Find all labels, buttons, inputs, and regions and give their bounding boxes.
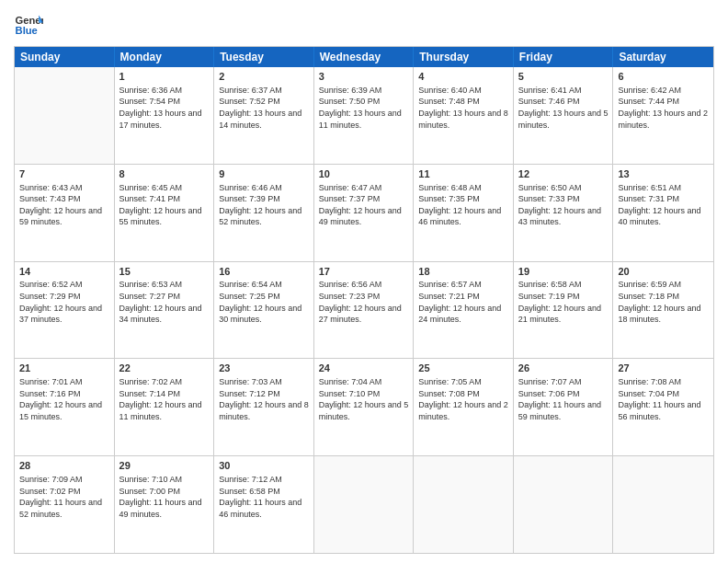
day-cell-29: 29Sunrise: 7:10 AMSunset: 7:00 PMDayligh… — [115, 456, 215, 553]
day-cell-1: 1Sunrise: 6:36 AMSunset: 7:54 PMDaylight… — [115, 67, 215, 164]
day-number: 23 — [219, 362, 309, 375]
day-number: 1 — [119, 70, 210, 84]
day-number: 25 — [418, 362, 508, 375]
cell-info: Sunrise: 7:10 AMSunset: 7:00 PMDaylight:… — [119, 474, 210, 520]
empty-cell — [414, 456, 514, 553]
day-cell-30: 30Sunrise: 7:12 AMSunset: 6:58 PMDayligh… — [214, 456, 314, 553]
day-cell-19: 19Sunrise: 6:58 AMSunset: 7:19 PMDayligh… — [514, 262, 614, 359]
cell-info: Sunrise: 7:12 AMSunset: 6:58 PMDaylight:… — [219, 474, 309, 520]
cell-info: Sunrise: 7:01 AMSunset: 7:16 PMDaylight:… — [19, 376, 109, 422]
cell-info: Sunrise: 6:45 AMSunset: 7:41 PMDaylight:… — [119, 182, 210, 228]
calendar: SundayMondayTuesdayWednesdayThursdayFrid… — [14, 46, 714, 554]
cell-info: Sunrise: 7:02 AMSunset: 7:14 PMDaylight:… — [119, 376, 210, 422]
day-cell-21: 21Sunrise: 7:01 AMSunset: 7:16 PMDayligh… — [15, 359, 115, 455]
calendar-header: SundayMondayTuesdayWednesdayThursdayFrid… — [15, 47, 713, 67]
empty-cell — [514, 456, 614, 553]
cell-info: Sunrise: 6:40 AMSunset: 7:48 PMDaylight:… — [418, 85, 508, 131]
day-cell-26: 26Sunrise: 7:07 AMSunset: 7:06 PMDayligh… — [514, 359, 614, 455]
logo-icon: General Blue — [14, 9, 43, 39]
day-number: 5 — [518, 70, 609, 84]
empty-cell — [613, 456, 713, 553]
day-cell-4: 4Sunrise: 6:40 AMSunset: 7:48 PMDaylight… — [414, 67, 514, 164]
day-cell-12: 12Sunrise: 6:50 AMSunset: 7:33 PMDayligh… — [514, 165, 614, 261]
svg-text:Blue: Blue — [16, 25, 38, 36]
cell-info: Sunrise: 6:42 AMSunset: 7:44 PMDaylight:… — [618, 85, 709, 131]
day-number: 11 — [418, 167, 508, 181]
header-day-friday: Friday — [514, 47, 614, 67]
logo: General Blue — [14, 9, 43, 39]
day-cell-28: 28Sunrise: 7:09 AMSunset: 7:02 PMDayligh… — [15, 456, 115, 553]
day-number: 10 — [319, 167, 409, 181]
day-number: 2 — [219, 70, 309, 84]
cell-info: Sunrise: 7:07 AMSunset: 7:06 PMDaylight:… — [518, 376, 609, 422]
cell-info: Sunrise: 6:57 AMSunset: 7:21 PMDaylight:… — [418, 279, 508, 325]
cell-info: Sunrise: 6:50 AMSunset: 7:33 PMDaylight:… — [518, 182, 609, 228]
day-number: 28 — [19, 459, 109, 473]
week-row-5: 28Sunrise: 7:09 AMSunset: 7:02 PMDayligh… — [15, 456, 713, 553]
cell-info: Sunrise: 6:52 AMSunset: 7:29 PMDaylight:… — [19, 279, 109, 325]
day-number: 20 — [618, 265, 709, 279]
cell-info: Sunrise: 6:56 AMSunset: 7:23 PMDaylight:… — [319, 279, 409, 325]
day-number: 24 — [319, 362, 409, 375]
header-day-tuesday: Tuesday — [214, 47, 314, 67]
cell-info: Sunrise: 7:05 AMSunset: 7:08 PMDaylight:… — [418, 376, 508, 422]
day-cell-20: 20Sunrise: 6:59 AMSunset: 7:18 PMDayligh… — [613, 262, 713, 359]
cell-info: Sunrise: 6:46 AMSunset: 7:39 PMDaylight:… — [219, 182, 309, 228]
cell-info: Sunrise: 6:48 AMSunset: 7:35 PMDaylight:… — [418, 182, 508, 228]
day-cell-25: 25Sunrise: 7:05 AMSunset: 7:08 PMDayligh… — [414, 359, 514, 455]
day-number: 9 — [219, 167, 309, 181]
day-cell-16: 16Sunrise: 6:54 AMSunset: 7:25 PMDayligh… — [214, 262, 314, 359]
header-day-thursday: Thursday — [414, 47, 514, 67]
header-day-wednesday: Wednesday — [314, 47, 415, 67]
day-number: 4 — [418, 70, 508, 84]
day-cell-9: 9Sunrise: 6:46 AMSunset: 7:39 PMDaylight… — [214, 165, 314, 261]
day-cell-6: 6Sunrise: 6:42 AMSunset: 7:44 PMDaylight… — [613, 67, 713, 164]
day-number: 16 — [219, 265, 309, 279]
day-cell-15: 15Sunrise: 6:53 AMSunset: 7:27 PMDayligh… — [115, 262, 215, 359]
day-number: 17 — [319, 265, 409, 279]
day-number: 13 — [618, 167, 709, 181]
empty-cell — [15, 67, 115, 164]
calendar-body: 1Sunrise: 6:36 AMSunset: 7:54 PMDaylight… — [15, 67, 713, 553]
day-cell-24: 24Sunrise: 7:04 AMSunset: 7:10 PMDayligh… — [314, 359, 415, 455]
cell-info: Sunrise: 6:54 AMSunset: 7:25 PMDaylight:… — [219, 279, 309, 325]
day-cell-22: 22Sunrise: 7:02 AMSunset: 7:14 PMDayligh… — [115, 359, 215, 455]
header: General Blue — [14, 9, 714, 39]
cell-info: Sunrise: 6:59 AMSunset: 7:18 PMDaylight:… — [618, 279, 709, 325]
day-cell-3: 3Sunrise: 6:39 AMSunset: 7:50 PMDaylight… — [314, 67, 415, 164]
header-day-saturday: Saturday — [613, 47, 713, 67]
cell-info: Sunrise: 6:36 AMSunset: 7:54 PMDaylight:… — [119, 85, 210, 131]
day-number: 21 — [19, 362, 109, 375]
day-number: 26 — [518, 362, 609, 375]
header-day-monday: Monday — [115, 47, 215, 67]
empty-cell — [314, 456, 415, 553]
day-number: 30 — [219, 459, 309, 473]
header-day-sunday: Sunday — [15, 47, 115, 67]
day-cell-17: 17Sunrise: 6:56 AMSunset: 7:23 PMDayligh… — [314, 262, 415, 359]
cell-info: Sunrise: 7:08 AMSunset: 7:04 PMDaylight:… — [618, 376, 709, 422]
day-cell-7: 7Sunrise: 6:43 AMSunset: 7:43 PMDaylight… — [15, 165, 115, 261]
day-number: 3 — [319, 70, 409, 84]
cell-info: Sunrise: 6:53 AMSunset: 7:27 PMDaylight:… — [119, 279, 210, 325]
day-cell-13: 13Sunrise: 6:51 AMSunset: 7:31 PMDayligh… — [613, 165, 713, 261]
day-cell-8: 8Sunrise: 6:45 AMSunset: 7:41 PMDaylight… — [115, 165, 215, 261]
cell-info: Sunrise: 6:43 AMSunset: 7:43 PMDaylight:… — [19, 182, 109, 228]
page: General Blue SundayMondayTuesdayWednesda… — [0, 0, 728, 563]
week-row-1: 1Sunrise: 6:36 AMSunset: 7:54 PMDaylight… — [15, 67, 713, 165]
week-row-4: 21Sunrise: 7:01 AMSunset: 7:16 PMDayligh… — [15, 359, 713, 456]
day-cell-27: 27Sunrise: 7:08 AMSunset: 7:04 PMDayligh… — [613, 359, 713, 455]
cell-info: Sunrise: 7:04 AMSunset: 7:10 PMDaylight:… — [319, 376, 409, 422]
day-number: 12 — [518, 167, 609, 181]
cell-info: Sunrise: 7:03 AMSunset: 7:12 PMDaylight:… — [219, 376, 309, 422]
day-number: 15 — [119, 265, 210, 279]
week-row-3: 14Sunrise: 6:52 AMSunset: 7:29 PMDayligh… — [15, 262, 713, 360]
cell-info: Sunrise: 7:09 AMSunset: 7:02 PMDaylight:… — [19, 474, 109, 520]
day-number: 14 — [19, 265, 109, 279]
day-number: 27 — [618, 362, 709, 375]
day-number: 6 — [618, 70, 709, 84]
cell-info: Sunrise: 6:47 AMSunset: 7:37 PMDaylight:… — [319, 182, 409, 228]
cell-info: Sunrise: 6:39 AMSunset: 7:50 PMDaylight:… — [319, 85, 409, 131]
cell-info: Sunrise: 6:51 AMSunset: 7:31 PMDaylight:… — [618, 182, 709, 228]
day-number: 19 — [518, 265, 609, 279]
day-cell-14: 14Sunrise: 6:52 AMSunset: 7:29 PMDayligh… — [15, 262, 115, 359]
